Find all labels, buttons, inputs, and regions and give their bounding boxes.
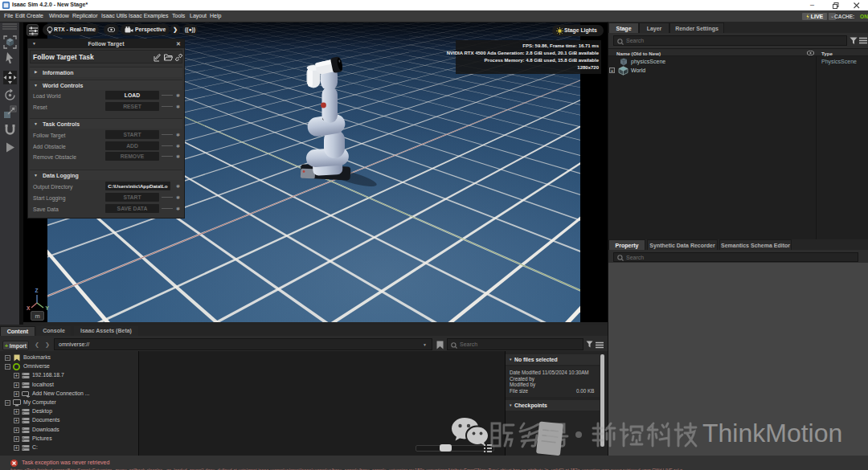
- svg-text:Z: Z: [35, 288, 39, 293]
- svg-text:X: X: [27, 305, 31, 311]
- svg-text:Y: Y: [46, 305, 50, 311]
